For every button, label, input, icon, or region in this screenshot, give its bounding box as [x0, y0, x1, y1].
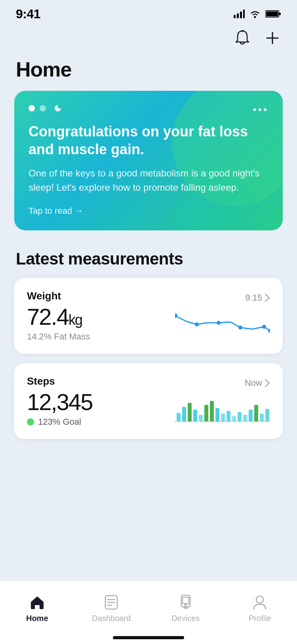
- svg-rect-29: [238, 412, 242, 422]
- indicator-dot-2: [40, 105, 46, 111]
- svg-rect-41: [183, 597, 189, 604]
- svg-point-4: [254, 16, 256, 18]
- indicator-dot-1: [29, 105, 35, 111]
- svg-rect-30: [243, 415, 247, 422]
- nav-label-profile: Profile: [249, 614, 271, 623]
- bottom-nav: Home Dashboard Devices Profile: [0, 581, 297, 644]
- svg-rect-7: [266, 12, 278, 16]
- goal-indicator-dot: [27, 418, 34, 426]
- battery-icon: [265, 10, 281, 18]
- svg-rect-2: [240, 12, 242, 18]
- svg-rect-24: [210, 401, 214, 422]
- status-icons: [234, 10, 281, 18]
- plus-icon: [265, 31, 280, 45]
- weight-label: Weight: [27, 290, 90, 302]
- svg-rect-26: [221, 414, 225, 422]
- nav-item-profile[interactable]: Profile: [223, 581, 297, 644]
- svg-rect-22: [199, 415, 203, 422]
- bell-icon: [234, 29, 250, 47]
- home-icon: [29, 594, 46, 611]
- weight-chart: [175, 308, 270, 339]
- svg-rect-1: [237, 13, 239, 18]
- svg-rect-33: [260, 414, 264, 422]
- nav-label-devices: Devices: [171, 614, 200, 623]
- moon-icon: [53, 104, 63, 113]
- svg-rect-18: [177, 413, 181, 422]
- dashboard-icon: [104, 594, 119, 611]
- status-time: 9:41: [16, 7, 40, 21]
- nav-label-home: Home: [26, 614, 48, 623]
- svg-rect-19: [182, 407, 186, 422]
- svg-point-12: [195, 322, 199, 326]
- svg-rect-25: [215, 408, 219, 422]
- banner-cta[interactable]: Tap to read →: [29, 206, 268, 216]
- add-button[interactable]: [264, 29, 281, 48]
- status-bar: 9:41: [0, 0, 297, 24]
- steps-time: Now: [245, 378, 270, 388]
- svg-point-15: [262, 325, 266, 329]
- svg-rect-0: [234, 15, 236, 18]
- weight-value: 72.4kg: [27, 305, 90, 328]
- steps-card[interactable]: Steps 12,345 123% Goal Now: [14, 363, 283, 439]
- steps-card-right: Now: [175, 378, 270, 425]
- svg-rect-23: [204, 405, 208, 422]
- steps-label: Steps: [27, 375, 92, 387]
- weight-card[interactable]: Weight 72.4kg 14.2% Fat Mass 9:15: [14, 278, 283, 354]
- svg-rect-31: [249, 410, 253, 422]
- chevron-right-icon: [265, 293, 270, 302]
- notification-button[interactable]: [233, 28, 252, 50]
- svg-rect-34: [265, 409, 269, 422]
- profile-icon: [252, 594, 267, 611]
- nav-item-devices[interactable]: Devices: [148, 581, 223, 644]
- nav-item-dashboard[interactable]: Dashboard: [74, 581, 149, 644]
- svg-rect-6: [279, 13, 281, 15]
- banner-indicators: [29, 104, 268, 113]
- weight-card-right: 9:15: [175, 293, 270, 339]
- weight-time: 9:15: [245, 293, 270, 303]
- banner-card[interactable]: ••• Congratulations on your fat loss and…: [14, 91, 283, 230]
- steps-goal: 123% Goal: [27, 417, 92, 427]
- weight-sub: 14.2% Fat Mass: [27, 332, 90, 342]
- svg-rect-27: [227, 411, 230, 422]
- steps-value: 12,345: [27, 391, 92, 414]
- svg-point-8: [242, 30, 244, 32]
- top-actions: [0, 24, 297, 54]
- page-title: Home: [0, 54, 297, 91]
- chevron-right-icon-steps: [265, 379, 270, 387]
- svg-rect-32: [254, 405, 258, 422]
- nav-label-dashboard: Dashboard: [92, 614, 131, 623]
- home-indicator: [113, 636, 184, 639]
- svg-rect-3: [243, 10, 245, 18]
- svg-point-14: [238, 326, 242, 330]
- nav-item-home[interactable]: Home: [0, 581, 74, 644]
- signal-icon: [234, 10, 245, 18]
- steps-card-left: Steps 12,345 123% Goal: [27, 375, 92, 427]
- banner-title: Congratulations on your fat loss and mus…: [29, 123, 268, 158]
- wifi-icon: [249, 10, 261, 18]
- svg-rect-21: [193, 410, 197, 422]
- banner-more-icon[interactable]: •••: [253, 104, 268, 116]
- svg-rect-20: [188, 403, 192, 422]
- banner-description: One of the keys to a good metabolism is …: [29, 166, 268, 195]
- devices-icon: [178, 594, 193, 611]
- svg-point-40: [185, 604, 187, 607]
- svg-point-43: [256, 596, 263, 603]
- weight-card-left: Weight 72.4kg 14.2% Fat Mass: [27, 290, 90, 342]
- svg-rect-28: [232, 416, 236, 422]
- svg-point-13: [217, 321, 221, 325]
- measurements-section-title: Latest measurements: [0, 230, 297, 278]
- steps-chart: [175, 393, 270, 425]
